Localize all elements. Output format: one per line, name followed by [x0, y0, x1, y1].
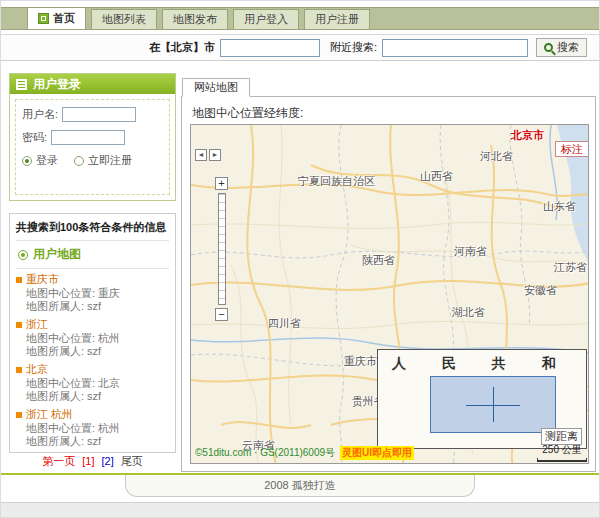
register-radio-label: 立即注册 [88, 153, 132, 168]
result-title: 重庆市 [26, 272, 59, 287]
bullet-icon [16, 277, 22, 283]
result-owner: 地图所属人: szf [16, 390, 169, 403]
home-icon [38, 13, 49, 24]
list-icon [16, 79, 27, 90]
pagination-last[interactable]: 尾页 [121, 455, 143, 467]
username-label: 用户名: [22, 107, 58, 122]
bullet-icon [16, 322, 22, 328]
page: 首页 地图列表 地图发布 用户登入 用户注册 在【北京】市 附近搜索: 搜索 用… [0, 0, 600, 518]
group-radio-icon [18, 250, 28, 260]
tab-user-login-label: 用户登入 [244, 12, 288, 27]
province-label: 河南省 [454, 244, 487, 259]
tab-map-list-label: 地图列表 [102, 12, 146, 27]
login-radio[interactable] [22, 156, 32, 166]
province-label: 四川省 [268, 316, 301, 331]
annotate-button[interactable]: 标注 [555, 141, 589, 157]
group-user-maps-label: 用户地图 [33, 246, 81, 263]
search-keyword-input[interactable] [220, 39, 320, 57]
copyright-text: ©51ditu.com · GS(2011)6009号 [195, 446, 335, 460]
result-owner: 地图所属人: szf [16, 300, 169, 313]
result-title-link[interactable]: 北京 [16, 362, 169, 377]
zoom-slider[interactable] [218, 193, 226, 305]
map-scale: 250 公里 [537, 443, 587, 462]
nearby-search-input[interactable] [382, 39, 528, 57]
footer-credit: 2008 孤独打造 [125, 475, 475, 497]
login-radio-label: 登录 [36, 153, 58, 168]
inset-country-text: 人 民 共 和 国 [378, 355, 586, 373]
list-item: 浙江 地图中心位置: 杭州 地图所属人: szf [16, 314, 169, 359]
login-panel-title: 用户登录 [33, 76, 81, 93]
bullet-icon [16, 412, 22, 418]
result-center: 地图中心位置: 杭州 [16, 332, 169, 345]
results-summary: 共搜索到100条符合条件的信息 [16, 220, 169, 241]
zoom-out-button[interactable]: − [215, 308, 228, 321]
login-panel-header: 用户登录 [10, 74, 175, 94]
result-title-link[interactable]: 浙江 [16, 317, 169, 332]
province-label: 安徽省 [524, 283, 557, 298]
zoom-in-button[interactable]: + [215, 177, 228, 190]
bullet-icon [16, 367, 22, 373]
province-label: 山西省 [420, 169, 453, 184]
group-user-maps[interactable]: 用户地图 [16, 241, 169, 269]
pan-left-button[interactable]: ◄ [195, 149, 207, 161]
result-owner: 地图所属人: szf [16, 345, 169, 358]
result-center: 地图中心位置: 重庆 [16, 287, 169, 300]
map-canvas[interactable]: 北京市 河北省 山西省 山东省 宁夏回族自治区 陕西省 河南省 江苏省 安徽省 … [190, 124, 589, 464]
username-field[interactable] [62, 107, 136, 122]
tab-user-login[interactable]: 用户登入 [233, 9, 299, 29]
result-title: 北京 [26, 362, 48, 377]
tab-map-list[interactable]: 地图列表 [91, 9, 157, 29]
top-tab-bar: 首页 地图列表 地图发布 用户登入 用户注册 [1, 7, 599, 30]
search-location-label: 在【北京】市 [149, 40, 215, 55]
list-item: 浙江 杭州 地图中心位置: 杭州 地图所属人: szf [16, 404, 169, 449]
province-label: 山东省 [543, 199, 576, 214]
login-panel: 用户登录 用户名: 密码: 登录 立即注册 [9, 73, 176, 201]
search-button-label: 搜索 [557, 40, 579, 55]
result-center: 地图中心位置: 杭州 [16, 422, 169, 435]
result-title-link[interactable]: 重庆市 [16, 272, 169, 287]
overview-inset-map[interactable]: 人 民 共 和 国 测距离 [377, 349, 587, 449]
tab-home[interactable]: 首页 [27, 7, 86, 29]
nearby-search-label: 附近搜索: [330, 40, 377, 55]
bottom-bar [1, 502, 599, 518]
tab-site-map[interactable]: 网站地图 [182, 78, 250, 97]
tab-map-publish[interactable]: 地图发布 [162, 9, 228, 29]
tab-home-label: 首页 [53, 11, 75, 26]
province-label: 重庆市 [344, 354, 377, 369]
map-center-coords-label: 地图中心位置经纬度: [192, 105, 303, 122]
inset-viewport-rect[interactable] [430, 376, 556, 433]
pagination-page-1[interactable]: [1] [82, 455, 94, 467]
map-scale-bar [537, 458, 587, 462]
search-button[interactable]: 搜索 [536, 38, 587, 57]
register-radio[interactable] [74, 156, 84, 166]
pagination-first[interactable]: 第一页 [42, 455, 75, 467]
result-title-link[interactable]: 浙江 杭州 [16, 407, 169, 422]
tab-map-publish-label: 地图发布 [173, 12, 217, 27]
search-icon [544, 43, 553, 52]
map-panel: 地图中心位置经纬度: [181, 96, 596, 472]
promo-link[interactable]: 灵图UI即点即用 [340, 446, 414, 460]
pan-right-button[interactable]: ► [209, 149, 221, 161]
tab-user-register-label: 用户注册 [315, 12, 359, 27]
search-bar: 在【北京】市 附近搜索: 搜索 [1, 34, 599, 61]
result-title: 浙江 [26, 317, 48, 332]
pagination-page-2[interactable]: [2] [102, 455, 114, 467]
results-panel: 共搜索到100条符合条件的信息 用户地图 重庆市 地图中心位置: 重庆 地图所属… [9, 213, 176, 453]
pagination: 第一页 [1] [2] 尾页 [16, 454, 169, 469]
province-label: 宁夏回族自治区 [298, 174, 375, 189]
result-title: 浙江 杭州 [26, 407, 73, 422]
password-label: 密码: [22, 130, 47, 145]
map-scale-label: 250 公里 [542, 444, 581, 455]
result-center: 地图中心位置: 北京 [16, 377, 169, 390]
province-label: 河北省 [480, 149, 513, 164]
password-field[interactable] [51, 130, 125, 145]
list-item: 重庆市 地图中心位置: 重庆 地图所属人: szf [16, 269, 169, 314]
map-copyright: ©51ditu.com · GS(2011)6009号 灵图UI即点即用 [195, 446, 414, 460]
province-label: 江苏省 [554, 260, 587, 275]
map-marker-beijing[interactable]: 北京市 [511, 128, 544, 143]
login-form: 用户名: 密码: 登录 立即注册 [15, 99, 170, 195]
list-item: 北京 地图中心位置: 北京 地图所属人: szf [16, 359, 169, 404]
province-label: 陕西省 [362, 253, 395, 268]
tab-user-register[interactable]: 用户注册 [304, 9, 370, 29]
result-owner: 地图所属人: szf [16, 435, 169, 448]
